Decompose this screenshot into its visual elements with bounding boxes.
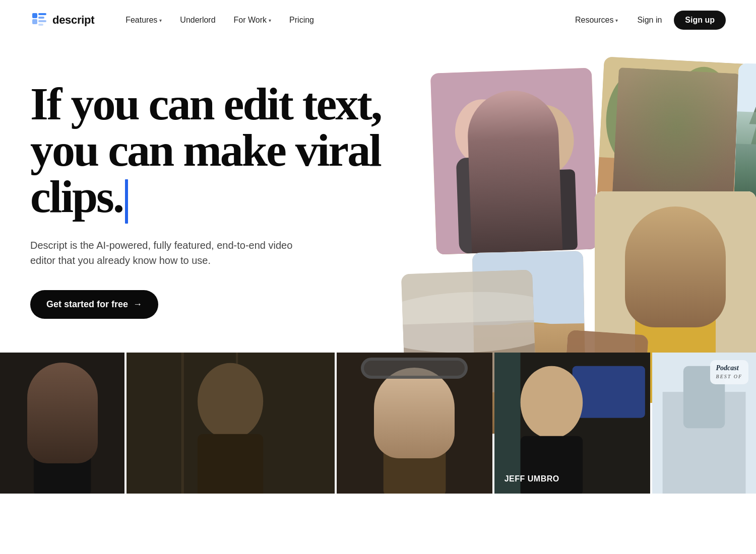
nav-resources[interactable]: Resources ▾ [568, 12, 625, 29]
svg-rect-4 [38, 20, 46, 22]
strip-card-person1 [0, 353, 124, 494]
svg-rect-47 [34, 426, 91, 494]
nav-pricing[interactable]: Pricing [282, 12, 321, 29]
nav-for-work[interactable]: For Work ▾ [227, 12, 278, 29]
hero-subtitle: Descript is the AI-powered, fully featur… [30, 238, 302, 268]
podcast-logo-overlay: Podcast BEST OF [710, 360, 748, 384]
logo[interactable]: descript [30, 11, 94, 29]
text-cursor [125, 179, 128, 224]
features-chevron-icon: ▾ [159, 18, 162, 23]
hero-text-block: If you can edit text, you can make viral… [30, 81, 444, 319]
collage-card-people [430, 68, 598, 255]
svg-rect-61 [520, 436, 583, 494]
signin-button[interactable]: Sign in [629, 12, 670, 29]
resources-chevron-icon: ▾ [615, 18, 618, 23]
svg-point-54 [381, 374, 448, 452]
nav-underlord[interactable]: Underlord [173, 12, 222, 29]
svg-point-51 [198, 363, 263, 440]
cta-get-started[interactable]: Get started for free → [30, 290, 158, 319]
svg-point-46 [34, 363, 91, 431]
svg-rect-62 [494, 353, 521, 494]
svg-rect-2 [38, 13, 46, 15]
svg-rect-1 [32, 19, 37, 24]
svg-rect-27 [736, 63, 756, 148]
svg-rect-37 [655, 242, 696, 257]
svg-rect-57 [383, 446, 446, 494]
svg-rect-55 [377, 400, 388, 416]
svg-rect-56 [442, 400, 452, 416]
svg-rect-52 [198, 434, 263, 494]
svg-rect-11 [430, 68, 598, 255]
for-work-chevron-icon: ▾ [269, 18, 271, 23]
bottom-video-strip: JEFF UMBRO Podcast BEST OF [0, 353, 756, 494]
svg-rect-59 [572, 366, 645, 418]
strip-card-podcast: Podcast BEST OF [652, 353, 756, 494]
svg-rect-0 [32, 13, 37, 18]
logo-text: descript [52, 14, 94, 27]
strip-card-person3 [337, 353, 492, 494]
cta-arrow-icon: → [133, 299, 142, 310]
person4-name-label: JEFF UMBRO [505, 474, 559, 483]
logo-icon [30, 11, 48, 29]
svg-rect-49 [181, 353, 184, 494]
nav-links: Features ▾ Underlord For Work ▾ Pricing [118, 12, 568, 29]
signup-button[interactable]: Sign up [674, 11, 726, 30]
nav-right: Resources ▾ Sign in Sign up [568, 11, 726, 30]
svg-rect-3 [38, 17, 44, 19]
svg-point-16 [670, 65, 735, 159]
strip-card-person4: JEFF UMBRO [494, 353, 650, 494]
navbar: descript Features ▾ Underlord For Work ▾… [0, 0, 756, 40]
svg-point-34 [638, 217, 713, 307]
nav-features[interactable]: Features ▾ [118, 12, 169, 29]
hero-heading: If you can edit text, you can make viral… [30, 81, 444, 224]
strip-card-person2 [127, 353, 334, 494]
collage-people-image [430, 68, 598, 255]
hero-section: If you can edit text, you can make viral… [0, 40, 756, 494]
svg-point-60 [520, 366, 583, 439]
svg-rect-5 [38, 24, 43, 26]
